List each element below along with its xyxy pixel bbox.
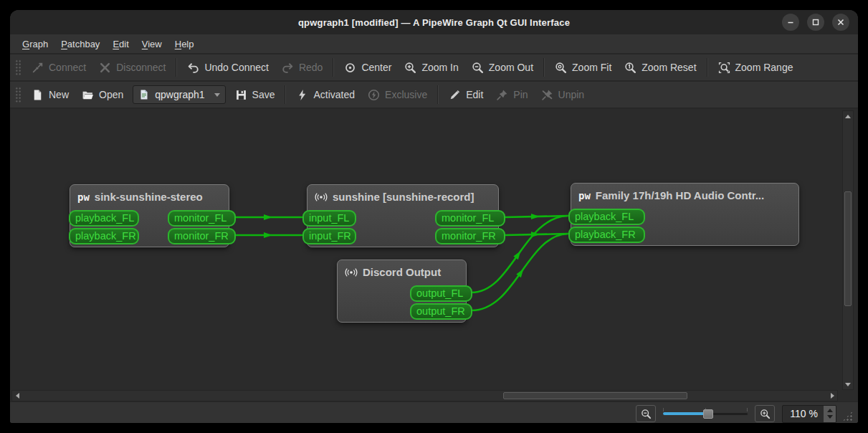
zoom-range-icon bbox=[718, 62, 730, 74]
zoom-in-button[interactable]: Zoom In bbox=[398, 57, 464, 78]
activated-icon bbox=[296, 89, 308, 101]
activated-button[interactable]: Activated bbox=[290, 85, 361, 105]
toolbar-main: Connect Disconnect Undo Connect Redo Cen… bbox=[10, 53, 858, 80]
statusbar-zoom-in-button[interactable] bbox=[755, 405, 775, 422]
spinbox-arrows[interactable] bbox=[824, 406, 836, 422]
zoom-spinbox[interactable]: 110 % bbox=[782, 405, 836, 423]
exclusive-button[interactable]: Exclusive bbox=[361, 85, 434, 105]
port-output[interactable]: monitor_FR bbox=[435, 228, 505, 244]
audio-device-icon bbox=[345, 267, 358, 278]
arrow-down-icon bbox=[845, 383, 851, 386]
patchbay-select-value: qpwgraph1 bbox=[155, 89, 204, 100]
vertical-scroll-thumb[interactable] bbox=[844, 191, 852, 306]
scroll-down-button[interactable] bbox=[843, 379, 853, 389]
titlebar[interactable]: qpwgraph1 [modified] — A PipeWire Graph … bbox=[10, 10, 858, 34]
spin-up-icon bbox=[827, 409, 833, 412]
window-controls bbox=[782, 14, 849, 31]
zoom-out-icon bbox=[641, 409, 652, 419]
center-icon bbox=[344, 62, 356, 74]
node-sink-sunshine-stereo[interactable]: pw sink-sunshine-stereo playback_FL play… bbox=[70, 184, 229, 247]
redo-icon bbox=[282, 62, 294, 74]
toolbar-separator bbox=[707, 58, 708, 77]
toolbar-separator bbox=[285, 85, 286, 104]
arrow-left-icon bbox=[16, 393, 19, 399]
open-button[interactable]: Open bbox=[75, 85, 130, 105]
connect-button[interactable]: Connect bbox=[25, 57, 92, 78]
edit-button[interactable]: Edit bbox=[442, 85, 490, 105]
zoom-in-icon bbox=[404, 62, 416, 74]
zoom-in-icon bbox=[760, 409, 771, 419]
minimize-button[interactable] bbox=[782, 14, 799, 31]
port-input[interactable]: input_FR bbox=[302, 228, 356, 244]
menu-help[interactable]: Help bbox=[168, 36, 201, 52]
zoom-out-icon bbox=[472, 62, 484, 74]
disconnect-icon bbox=[99, 62, 111, 74]
graph-canvas[interactable]: pw sink-sunshine-stereo playback_FL play… bbox=[10, 108, 858, 401]
resize-grip[interactable] bbox=[842, 411, 853, 422]
zoom-slider-fill bbox=[663, 412, 708, 415]
zoom-fit-button[interactable]: Zoom Fit bbox=[548, 57, 618, 78]
node-family-hd-audio[interactable]: pw Family 17h/19h HD Audio Contr... play… bbox=[571, 183, 799, 246]
port-input[interactable]: playback_FR bbox=[568, 227, 645, 243]
zoom-range-button[interactable]: Zoom Range bbox=[712, 57, 800, 78]
menu-patchbay[interactable]: Patchbay bbox=[54, 36, 106, 52]
patchbay-select[interactable]: qpwgraph1 bbox=[133, 85, 225, 104]
save-icon bbox=[235, 89, 247, 101]
horizontal-scroll-thumb[interactable] bbox=[503, 392, 687, 399]
menu-edit[interactable]: Edit bbox=[106, 36, 135, 52]
menu-view[interactable]: View bbox=[135, 36, 168, 52]
toolbar-drag-handle[interactable] bbox=[14, 86, 21, 103]
port-input[interactable]: input_FL bbox=[302, 210, 356, 227]
patchbay-file-icon bbox=[138, 89, 150, 100]
scroll-left-button[interactable] bbox=[12, 391, 22, 401]
wire-arrow-icon bbox=[264, 214, 272, 220]
vertical-scrollbar[interactable] bbox=[842, 110, 854, 390]
node-title: Family 17h/19h HD Audio Contr... bbox=[596, 189, 764, 201]
port-output[interactable]: monitor_FR bbox=[168, 228, 236, 244]
port-input[interactable]: playback_FL bbox=[69, 210, 139, 227]
window-title: qpwgraph1 [modified] — A PipeWire Graph … bbox=[298, 17, 570, 28]
zoom-value[interactable]: 110 % bbox=[783, 406, 824, 422]
node-sunshine[interactable]: sunshine [sunshine-record] input_FL inpu… bbox=[307, 184, 499, 247]
zoom-out-button[interactable]: Zoom Out bbox=[465, 57, 540, 78]
pin-button[interactable]: Pin bbox=[490, 85, 534, 105]
statusbar-zoom-out-button[interactable] bbox=[636, 405, 656, 422]
port-output[interactable]: output_FR bbox=[410, 303, 472, 320]
slider-tick bbox=[663, 408, 664, 411]
undo-icon bbox=[187, 62, 199, 74]
horizontal-scrollbar[interactable] bbox=[11, 390, 838, 401]
toolbar-separator bbox=[437, 85, 439, 104]
zoom-reset-button[interactable]: Zoom Reset bbox=[618, 57, 702, 78]
new-button[interactable]: New bbox=[25, 85, 75, 105]
menu-graph[interactable]: Graph bbox=[16, 36, 54, 52]
port-output[interactable]: output_FL bbox=[410, 285, 472, 302]
zoom-slider-handle[interactable] bbox=[703, 409, 713, 419]
port-input[interactable]: playback_FL bbox=[568, 209, 645, 225]
close-button[interactable] bbox=[832, 14, 849, 31]
unpin-button[interactable]: Unpin bbox=[535, 85, 591, 105]
new-file-icon bbox=[32, 89, 44, 101]
node-discord-output[interactable]: Discord Output output_FL output_FR bbox=[337, 260, 467, 323]
zoom-slider[interactable] bbox=[663, 407, 748, 420]
disconnect-button[interactable]: Disconnect bbox=[92, 57, 172, 78]
spin-down-icon bbox=[827, 415, 833, 419]
pipewire-icon: pw bbox=[77, 191, 90, 203]
save-button[interactable]: Save bbox=[229, 85, 282, 105]
arrow-right-icon bbox=[831, 393, 834, 399]
wire-arrow-icon bbox=[531, 214, 540, 219]
redo-button[interactable]: Redo bbox=[275, 57, 329, 78]
port-output[interactable]: monitor_FL bbox=[168, 210, 236, 227]
statusbar: 110 % bbox=[10, 401, 858, 423]
port-output[interactable]: monitor_FL bbox=[435, 210, 505, 227]
toolbar-drag-handle[interactable] bbox=[14, 59, 21, 76]
center-button[interactable]: Center bbox=[338, 57, 398, 78]
port-input[interactable]: playback_FR bbox=[69, 228, 139, 244]
undo-connect-button[interactable]: Undo Connect bbox=[181, 57, 275, 78]
node-header: pw sink-sunshine-stereo bbox=[70, 185, 229, 203]
close-icon bbox=[837, 19, 844, 26]
maximize-button[interactable] bbox=[807, 14, 824, 31]
scroll-right-button[interactable] bbox=[827, 391, 837, 401]
menubar: Graph Patchbay Edit View Help bbox=[10, 34, 858, 53]
node-title: sink-sunshine-stereo bbox=[95, 191, 203, 203]
scroll-up-button[interactable] bbox=[843, 111, 853, 121]
